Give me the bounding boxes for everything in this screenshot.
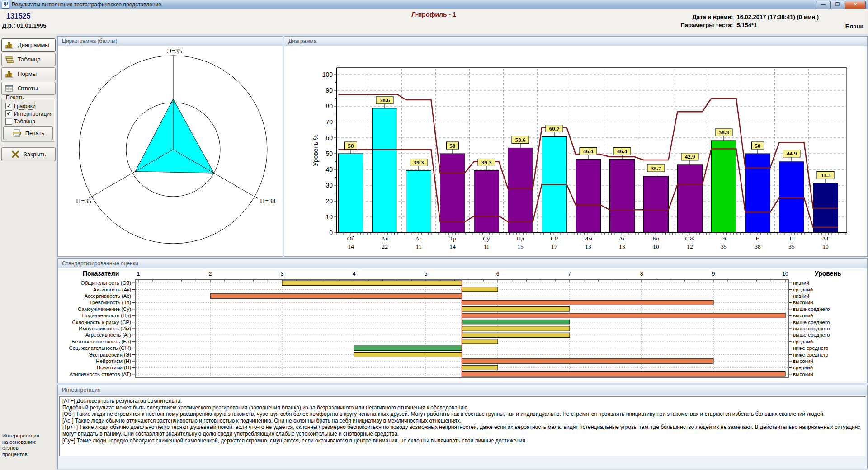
row-level: ниже среднего <box>793 352 828 357</box>
range-bar-Агрессивность (Аг) <box>462 333 570 337</box>
y-tick-label: 90 <box>326 87 333 94</box>
checkbox-box[interactable]: ✔ <box>5 110 12 117</box>
row-label: Агрессивность (Аг) <box>85 332 131 338</box>
diagram-panel: Диаграмма 0102030405060708090100Уровень … <box>284 36 868 257</box>
row-level: средний <box>793 365 813 370</box>
sten-label: 5 <box>425 271 428 277</box>
row-level: высокий <box>793 313 813 318</box>
sten-label: 1 <box>137 271 140 277</box>
range-bar-Активность (Ак) <box>462 287 498 291</box>
category-score: 13 <box>619 243 625 250</box>
value-label: 58.3 <box>719 129 729 136</box>
bar-Пд <box>508 148 533 233</box>
sten-label: 6 <box>496 271 500 277</box>
category-label: Ас <box>415 235 422 242</box>
params-value: 5/154*1 <box>736 22 819 30</box>
y-tick-label: 60 <box>326 134 333 141</box>
bar-chart: 0102030405060708090100Уровень %5078.639.… <box>284 46 866 256</box>
title-bar[interactable]: Ψ Результаты выполнения теста:графическо… <box>0 0 868 9</box>
category-score: 13 <box>585 243 591 250</box>
sidebar-button-diagrams[interactable]: Диаграммы <box>1 38 56 52</box>
y-tick-label: 40 <box>326 166 333 173</box>
range-bar-Экстраверсия (Э) <box>354 352 462 357</box>
value-label: 60.7 <box>549 125 560 132</box>
sidebar-button-answers[interactable]: Ответы <box>1 82 56 95</box>
value-label: 50 <box>755 142 761 149</box>
value-label: 35.7 <box>651 165 661 172</box>
category-label: Пд <box>517 235 524 242</box>
category-score: 35 <box>721 243 727 250</box>
sten-label: 10 <box>782 271 788 277</box>
row-label: Экстраверсия (Э) <box>89 352 131 357</box>
bar-Ак <box>373 108 397 233</box>
category-score: 10 <box>822 243 829 250</box>
row-label: Безответственность (Бо) <box>71 339 131 344</box>
row-level: ниже среднего <box>793 345 828 351</box>
close-button[interactable]: Закрыть <box>1 147 56 161</box>
y-tick-label: 20 <box>326 197 333 205</box>
checkbox-Таблица[interactable]: Таблица <box>5 118 35 125</box>
datetime-label: Дата и время: <box>680 14 736 22</box>
sidebar-button-label: Нормы <box>18 70 37 77</box>
checkbox-box[interactable] <box>5 118 12 125</box>
column-header-left: Показатели <box>83 270 119 277</box>
print-group-label: Печать <box>5 94 25 101</box>
row-label: Ассертивность (Ас) <box>84 293 131 299</box>
category-score: 22 <box>382 243 388 250</box>
sten-label: 8 <box>640 271 643 277</box>
category-label: Тр <box>449 235 456 242</box>
sidebar-button-norms[interactable]: Нормы <box>1 67 56 80</box>
interpretation-line: [Су+] Такие люди нередко обладают снижен… <box>62 437 863 444</box>
row-label: Тревожность (Тр) <box>90 300 132 305</box>
row-level: выше среднего <box>793 326 830 331</box>
row-level: низкий <box>793 280 809 286</box>
close-x-icon <box>11 150 20 158</box>
maximize-button[interactable]: ❐ <box>830 1 844 9</box>
row-label: Психотизм (П) <box>97 365 131 370</box>
value-label: 31.3 <box>821 172 831 179</box>
range-bar-Импульсивность (Им) <box>462 326 570 331</box>
sidebar-button-label: Диаграммы <box>18 42 49 48</box>
checkbox-label: Интерпретация <box>14 111 53 117</box>
category-score: 35 <box>788 243 795 250</box>
app-icon: Ψ <box>2 1 9 9</box>
checkbox-label: Таблица <box>14 118 35 125</box>
value-label: 46.4 <box>583 148 594 155</box>
range-bar-Безответственность (Бо) <box>462 339 498 344</box>
category-label: Им <box>584 235 593 242</box>
bar-Ас <box>406 170 431 233</box>
circogram-chart: Э=35Н=38П=35 <box>58 46 282 256</box>
minimize-button[interactable]: — <box>816 1 830 9</box>
interpretation-text[interactable]: [АТ+] Достоверность результатов сомнител… <box>59 396 866 456</box>
grid-icon <box>5 85 15 92</box>
bar-СЖ <box>678 165 703 233</box>
value-label: 46.4 <box>617 148 627 155</box>
print-button[interactable]: Печать <box>3 126 53 140</box>
bar-Об <box>339 154 363 233</box>
category-label: Ак <box>381 235 389 242</box>
range-bar-Самоуничижение (Су) <box>462 307 570 311</box>
close-window-button[interactable]: ✕ <box>845 1 866 9</box>
checkbox-Интерпретация[interactable]: ✔Интерпретация <box>5 110 53 117</box>
y-tick-label: 30 <box>326 182 333 189</box>
bar-П <box>779 162 804 233</box>
bar-chart-icon <box>5 70 15 78</box>
sten-label: 2 <box>209 271 212 277</box>
checkbox-Графики[interactable]: ✔Графики <box>5 103 36 109</box>
standard-scores-panel: Стандартизированные оценки ПоказателиУро… <box>57 258 868 383</box>
blank-label: Бланк <box>845 23 863 30</box>
category-score: 12 <box>687 243 693 250</box>
row-label: Нейротизм (Н) <box>96 358 131 364</box>
range-bar-Тревожность (Тр) <box>462 300 714 305</box>
interpretation-panel: Интерпретация [АТ+] Достоверность резуль… <box>57 385 868 469</box>
row-label: Общительность (Об) <box>81 280 132 286</box>
radar-axis-Н <box>173 150 258 198</box>
sidebar-button-table[interactable]: Таблица <box>1 53 56 66</box>
circogram-panel: Циркограмма (баллы) Э=35Н=38П=35 <box>57 36 283 257</box>
params-label: Параметры теста: <box>680 22 736 30</box>
y-tick-label: 10 <box>326 213 333 221</box>
checkbox-box[interactable]: ✔ <box>5 103 12 109</box>
category-score: 15 <box>517 243 524 250</box>
y-tick-label: 0 <box>329 229 333 236</box>
row-level: средний <box>793 287 813 292</box>
